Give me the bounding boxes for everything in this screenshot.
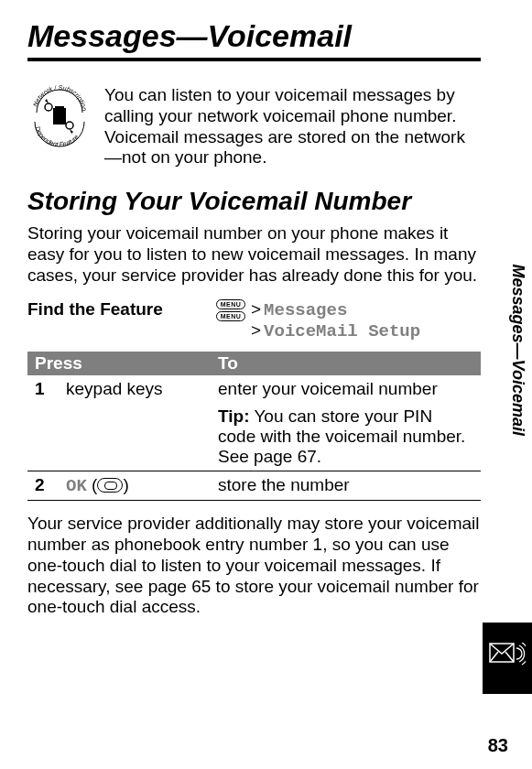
step-press: OK () (59, 471, 211, 501)
side-tab-label: Messages—Voicemail (508, 265, 527, 436)
menu-key-icon: MENU (216, 311, 246, 321)
find-the-feature-label: Find the Feature (27, 299, 211, 320)
col-press: Press (27, 352, 211, 375)
title-rule (27, 58, 481, 61)
network-subscription-dependent-feature-icon: Network / Subscription Dependent Feature (27, 85, 92, 151)
svg-rect-2 (53, 108, 66, 125)
tip-text: You can store your PIN code with the voi… (218, 406, 465, 466)
section-heading: Storing Your Voicemail Number (27, 187, 481, 216)
svg-rect-3 (55, 106, 64, 109)
svg-point-5 (66, 122, 73, 129)
nav-arrow: > (251, 320, 264, 340)
svg-text:Dependent  Feature: Dependent Feature (35, 125, 80, 147)
page-number: 83 (488, 735, 508, 756)
col-to: To (211, 352, 481, 375)
section-body: Storing your voicemail number on your ph… (27, 223, 481, 286)
step-to: enter your voicemail number (211, 375, 481, 403)
post-paragraph: Your service provider additionally may s… (27, 514, 481, 618)
nav-arrow: > (251, 299, 264, 319)
chapter-title: Messages—Voicemail (27, 18, 481, 54)
menu-key-icon: MENU (216, 299, 246, 309)
step-press: keypad keys (59, 375, 211, 403)
intro-paragraph: You can listen to your voicemail message… (104, 85, 481, 168)
step-tip: Tip: You can store your PIN code with th… (211, 403, 481, 471)
step-number: 2 (27, 471, 59, 501)
step-number: 1 (27, 375, 59, 403)
nav-voicemail-setup: VoiceMail Setup (264, 321, 420, 341)
ok-key-label: OK (66, 476, 87, 496)
steps-table: Press To 1 keypad keys enter your voicem… (27, 352, 481, 501)
soft-key-icon (97, 478, 123, 493)
step-to: store the number (211, 471, 481, 501)
nav-messages: Messages (264, 300, 347, 320)
svg-point-4 (45, 103, 52, 111)
tip-label: Tip: (218, 406, 249, 426)
side-tab-icon (483, 623, 532, 694)
